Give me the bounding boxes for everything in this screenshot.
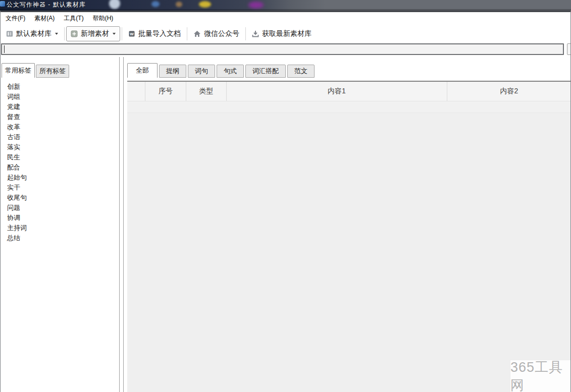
tag-item[interactable]: 主持词	[0, 223, 119, 233]
titlebar-blur-blob	[176, 2, 182, 7]
main-tab-model-essays[interactable]: 范文	[287, 65, 315, 78]
menu-item-help[interactable]: 帮助(H)	[88, 12, 118, 24]
tag-item[interactable]: 词组	[0, 92, 119, 102]
toolbar: 默认素材库新增素材W批量导入文档微信公众号获取最新素材库	[0, 24, 571, 43]
main-tab-outline[interactable]: 提纲	[159, 65, 186, 78]
toolbar-separator	[122, 27, 122, 40]
titlebar-blur-blob	[151, 1, 160, 7]
tag-item[interactable]: 实干	[0, 183, 119, 193]
sidebar-tab-common-tags[interactable]: 常用标签	[2, 63, 35, 78]
tag-item[interactable]: 配合	[0, 162, 119, 173]
watermark: 365工具网	[510, 360, 571, 392]
titlebar-blur-blob	[248, 2, 264, 9]
sidebar: 常用标签所有标签 创新词组党建督查改革古语落实民生配合起始句实干收尾句问题协调主…	[0, 57, 119, 392]
tag-item[interactable]: 总结	[0, 233, 119, 243]
main-tab-collocations[interactable]: 词汇搭配	[245, 65, 286, 78]
svg-text:W: W	[130, 32, 134, 36]
sidebar-tabs: 常用标签所有标签	[2, 63, 69, 78]
toolbar-button-label: 获取最新素材库	[262, 29, 312, 38]
tag-item[interactable]: 收尾句	[0, 193, 119, 203]
word-doc-icon: W	[128, 30, 135, 37]
tag-item[interactable]: 创新	[0, 82, 119, 92]
main-tab-words-sentences[interactable]: 词句	[188, 65, 215, 78]
tag-item[interactable]: 协调	[0, 213, 119, 223]
dropdown-caret-icon	[55, 33, 58, 35]
toolbar-button-label: 微信公众号	[204, 29, 239, 38]
tag-item[interactable]: 古语	[0, 132, 119, 142]
toolbar-separator	[245, 27, 246, 40]
toolbar-separator	[187, 27, 187, 40]
toolbar-button-default-library[interactable]: 默认素材库	[2, 26, 63, 41]
titlebar-blur-blob	[109, 0, 120, 9]
toolbar-button-batch-import-docs[interactable]: W批量导入文档	[124, 26, 185, 41]
app-icon	[0, 1, 5, 7]
main-tab-sentence-patterns[interactable]: 句式	[217, 65, 244, 78]
tag-item[interactable]: 落实	[0, 142, 119, 152]
menu-item-material[interactable]: 素材(A)	[30, 12, 59, 24]
menu-item-file[interactable]: 文件(F)	[1, 12, 30, 24]
titlebar-blur-blob	[199, 1, 211, 8]
table-header-row: 序号类型内容1内容2	[127, 82, 571, 101]
add-material-icon	[71, 30, 78, 37]
splitter[interactable]	[119, 57, 124, 392]
tag-item[interactable]: 改革	[0, 122, 119, 132]
main-tab-all[interactable]: 全部	[127, 63, 158, 78]
table-header-cell[interactable]: 类型	[186, 82, 227, 101]
tag-item[interactable]: 民生	[0, 152, 119, 162]
tag-item[interactable]: 起始句	[0, 173, 119, 183]
main-tabs: 全部提纲词句句式词汇搭配范文	[127, 63, 315, 78]
window-title: 公文写作神器 - 默认素材库	[7, 0, 86, 9]
toolbar-button-add-material[interactable]: 新增素材	[66, 26, 120, 41]
dropdown-caret-icon	[113, 33, 116, 35]
window-border-left	[0, 11, 1, 392]
search-input[interactable]	[1, 43, 564, 55]
library-icon	[6, 30, 13, 37]
tag-item[interactable]: 党建	[0, 102, 119, 112]
table-header-cell[interactable]: 内容2	[447, 82, 571, 101]
tag-list: 创新词组党建督查改革古语落实民生配合起始句实干收尾句问题协调主持词总结	[0, 82, 119, 243]
toolbar-button-label: 默认素材库	[16, 29, 51, 38]
download-icon	[252, 30, 259, 37]
toolbar-separator	[64, 27, 65, 40]
app-window: 公文写作神器 - 默认素材库 文件(F)素材(A)工具(T)帮助(H) 默认素材…	[0, 0, 571, 392]
table-header-cell[interactable]: 序号	[145, 82, 186, 101]
search-row	[0, 43, 571, 57]
tag-item[interactable]: 问题	[0, 203, 119, 213]
content-area: 常用标签所有标签 创新词组党建督查改革古语落实民生配合起始句实干收尾句问题协调主…	[0, 57, 571, 392]
toolbar-button-label: 新增素材	[81, 29, 109, 38]
table-empty-row	[127, 101, 571, 113]
menu-bar: 文件(F)素材(A)工具(T)帮助(H)	[0, 11, 571, 24]
toolbar-button-label: 批量导入文档	[138, 29, 181, 38]
toolbar-button-wechat-official[interactable]: 微信公众号	[189, 26, 244, 41]
watermark-text: 365工具网	[510, 358, 571, 392]
main-panel: 全部提纲词句句式词汇搭配范文 序号类型内容1内容2	[127, 57, 571, 392]
home-icon	[193, 30, 201, 37]
title-bar: 公文写作神器 - 默认素材库	[0, 0, 571, 11]
tag-item[interactable]: 督查	[0, 112, 119, 122]
material-table: 序号类型内容1内容2	[127, 81, 571, 392]
menu-item-tools[interactable]: 工具(T)	[59, 12, 88, 24]
toolbar-button-get-latest-library[interactable]: 获取最新素材库	[247, 26, 316, 41]
sidebar-tab-all-tags[interactable]: 所有标签	[36, 65, 69, 78]
table-header-cell[interactable]: 内容1	[227, 82, 447, 101]
table-body	[127, 113, 571, 392]
text-caret	[4, 45, 5, 53]
table-header-cell[interactable]	[127, 82, 145, 101]
